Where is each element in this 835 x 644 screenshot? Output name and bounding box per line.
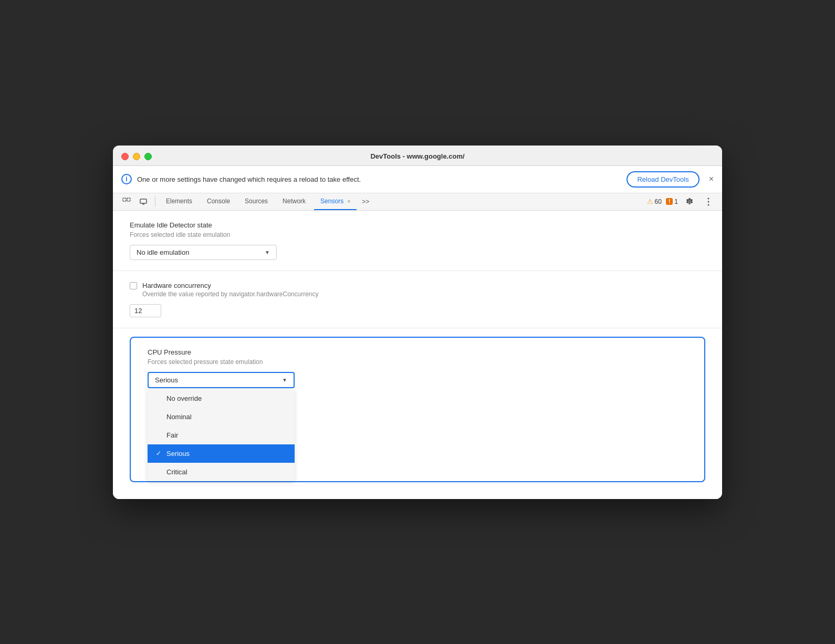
hardware-concurrency-section: Hardware concurrency Override the value …	[113, 271, 722, 328]
warning-icon: ⚠	[647, 198, 653, 205]
settings-icon[interactable]	[682, 194, 697, 209]
hardware-concurrency-input[interactable]	[130, 304, 161, 317]
cpu-option-serious[interactable]: ✓ Serious	[148, 444, 295, 463]
cpu-pressure-section: CPU Pressure Forces selected pressure st…	[130, 337, 705, 482]
notification-message: One or more settings have changed which …	[137, 175, 621, 183]
idle-detector-desc: Forces selected idle state emulation	[130, 231, 705, 238]
cpu-option-critical[interactable]: Critical	[148, 463, 295, 481]
close-button[interactable]	[121, 153, 129, 160]
svg-rect-2	[140, 199, 147, 203]
cpu-pressure-title: CPU Pressure	[148, 348, 687, 356]
devtools-window: DevTools - www.google.com/ i One or more…	[113, 146, 722, 499]
cpu-pressure-wrapper: CPU Pressure Forces selected pressure st…	[113, 328, 722, 499]
serious-label: Serious	[166, 450, 190, 458]
titlebar: DevTools - www.google.com/	[113, 146, 722, 166]
svg-rect-1	[127, 198, 130, 201]
inspect-icon[interactable]	[119, 194, 134, 209]
idle-detector-section: Emulate Idle Detector state Forces selec…	[113, 211, 722, 271]
cpu-option-nominal[interactable]: Nominal	[148, 408, 295, 426]
traffic-lights	[121, 153, 152, 160]
window-title: DevTools - www.google.com/	[370, 152, 464, 160]
toolbar-divider	[155, 196, 155, 207]
more-options-icon[interactable]	[701, 194, 716, 209]
no-override-label: No override	[166, 394, 202, 402]
warnings-badge[interactable]: ⚠ 60	[647, 198, 662, 205]
hardware-concurrency-desc: Override the value reported by navigator…	[142, 290, 319, 298]
cpu-dropdown-arrow: ▼	[282, 377, 287, 383]
critical-label: Critical	[166, 468, 187, 476]
cpu-option-fair[interactable]: Fair	[148, 426, 295, 444]
info-icon: i	[121, 174, 132, 184]
cpu-option-no-override[interactable]: No override	[148, 389, 295, 408]
idle-emulation-dropdown[interactable]: No idle emulation ▼	[130, 245, 277, 260]
notification-bar: i One or more settings have changed whic…	[113, 166, 722, 193]
svg-point-5	[708, 201, 709, 202]
toolbar: Elements Console Sources Network Sensors…	[113, 193, 722, 211]
nominal-label: Nominal	[166, 413, 192, 421]
main-content: Emulate Idle Detector state Forces selec…	[113, 211, 722, 499]
hardware-concurrency-checkbox[interactable]	[130, 282, 137, 289]
error-icon: !	[666, 198, 673, 205]
hardware-concurrency-row: Hardware concurrency Override the value …	[130, 282, 705, 298]
svg-rect-0	[123, 198, 126, 201]
idle-detector-title: Emulate Idle Detector state	[130, 221, 705, 229]
notification-close-button[interactable]: ×	[709, 174, 714, 184]
tab-console[interactable]: Console	[201, 193, 236, 210]
hardware-concurrency-title: Hardware concurrency	[142, 282, 319, 289]
serious-check: ✓	[156, 450, 163, 457]
tab-elements[interactable]: Elements	[160, 193, 199, 210]
cpu-pressure-desc: Forces selected pressure state emulation	[148, 358, 687, 366]
cpu-pressure-value: Serious	[155, 376, 178, 384]
cpu-pressure-dropdown[interactable]: Serious ▼	[148, 372, 295, 388]
svg-point-6	[708, 204, 709, 205]
tab-sensors[interactable]: Sensors ×	[314, 193, 357, 210]
toolbar-right: ⚠ 60 ! 1	[647, 194, 716, 209]
cpu-pressure-menu: No override Nominal Fair ✓ Serious	[148, 389, 295, 481]
idle-dropdown-arrow: ▼	[265, 250, 270, 255]
svg-rect-3	[142, 204, 144, 205]
tab-sources[interactable]: Sources	[238, 193, 274, 210]
tab-network[interactable]: Network	[276, 193, 312, 210]
warnings-count: 60	[655, 198, 662, 205]
errors-badge[interactable]: ! 1	[666, 198, 678, 205]
idle-emulation-value: No idle emulation	[137, 248, 189, 256]
maximize-button[interactable]	[144, 153, 152, 160]
errors-count: 1	[674, 198, 678, 205]
device-toggle-icon[interactable]	[136, 194, 151, 209]
svg-point-4	[708, 198, 709, 199]
fair-label: Fair	[166, 431, 178, 439]
reload-devtools-button[interactable]: Reload DevTools	[627, 171, 699, 188]
tab-sensors-close[interactable]: ×	[347, 199, 350, 204]
tab-more-button[interactable]: >>	[359, 194, 372, 210]
minimize-button[interactable]	[133, 153, 140, 160]
